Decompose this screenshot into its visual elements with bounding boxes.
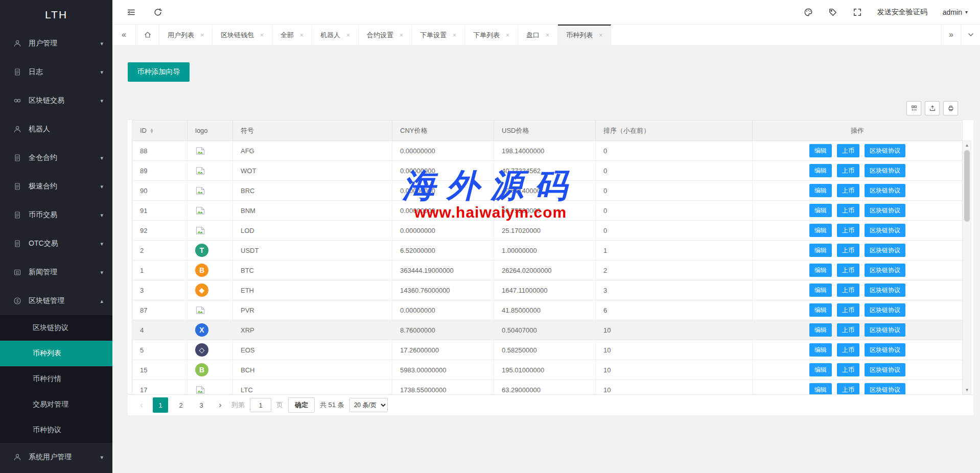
page-number-button[interactable]: 1: [153, 397, 168, 413]
tab[interactable]: 币种列表 ×: [558, 25, 611, 45]
edit-button[interactable]: 编辑: [809, 343, 832, 357]
sidebar-submenu-item[interactable]: 区块链协议: [0, 315, 112, 341]
tab-close-icon[interactable]: ×: [200, 32, 204, 39]
blockchain-protocol-button[interactable]: 区块链协议: [865, 283, 905, 297]
list-coin-button[interactable]: 上币: [837, 383, 859, 395]
sidebar-menu-item[interactable]: 用户管理: [0, 29, 112, 58]
tab[interactable]: 盘口 ×: [518, 25, 558, 45]
sidebar-menu-item[interactable]: 系统用户管理: [0, 443, 112, 471]
sidebar-menu-item[interactable]: 币币交易: [0, 201, 112, 229]
list-coin-button[interactable]: 上币: [837, 244, 859, 257]
edit-button[interactable]: 编辑: [809, 244, 832, 257]
page-number-button[interactable]: 2: [173, 397, 189, 413]
export-button[interactable]: [925, 101, 940, 115]
tab-close-icon[interactable]: ×: [546, 32, 549, 39]
blockchain-protocol-button[interactable]: 区块链协议: [865, 343, 905, 357]
list-coin-button[interactable]: 上币: [837, 184, 859, 197]
sidebar-menu-item[interactable]: 区块链管理: [0, 287, 112, 315]
confirm-page-button[interactable]: 确定: [288, 397, 315, 413]
edit-button[interactable]: 编辑: [809, 283, 832, 297]
sidebar-menu-item[interactable]: 日志: [0, 58, 112, 86]
sidebar-submenu-item[interactable]: 币种协议: [0, 417, 112, 443]
tab[interactable]: 下单设置 ×: [412, 25, 465, 45]
list-coin-button[interactable]: 上币: [837, 144, 859, 157]
page-size-select[interactable]: 20 条/页: [349, 398, 388, 412]
tab-close-icon[interactable]: ×: [506, 32, 509, 39]
tab-close-icon[interactable]: ×: [300, 32, 304, 39]
edit-button[interactable]: 编辑: [809, 144, 832, 157]
edit-button[interactable]: 编辑: [809, 184, 832, 197]
tab[interactable]: 用户列表 ×: [159, 25, 213, 45]
tabs-collapse-button[interactable]: «: [112, 25, 136, 45]
tab-close-icon[interactable]: ×: [260, 32, 264, 39]
refresh-icon[interactable]: [153, 8, 162, 17]
blockchain-protocol-button[interactable]: 区块链协议: [865, 303, 905, 317]
list-coin-button[interactable]: 上币: [837, 323, 859, 337]
blockchain-protocol-button[interactable]: 区块链协议: [865, 244, 905, 257]
sort-icon[interactable]: ▲▼: [150, 128, 154, 133]
tab-close-icon[interactable]: ×: [400, 32, 403, 39]
blockchain-protocol-button[interactable]: 区块链协议: [865, 144, 905, 157]
tab[interactable]: 下单列表 ×: [465, 25, 518, 45]
table-scrollbar[interactable]: ▲ ▼: [963, 140, 971, 394]
user-menu[interactable]: admin: [943, 8, 968, 16]
print-button[interactable]: [943, 101, 958, 115]
page-number-button[interactable]: 3: [194, 397, 209, 413]
tab-close-icon[interactable]: ×: [453, 32, 456, 39]
column-settings-button[interactable]: [906, 101, 921, 115]
sidebar-menu-item[interactable]: 全仓合约: [0, 144, 112, 172]
list-coin-button[interactable]: 上币: [837, 303, 859, 317]
edit-button[interactable]: 编辑: [809, 204, 832, 217]
tab-close-icon[interactable]: ×: [599, 32, 602, 39]
col-header-id[interactable]: ID ▲▼: [132, 121, 188, 140]
blockchain-protocol-button[interactable]: 区块链协议: [865, 264, 905, 277]
coin-add-wizard-button[interactable]: 币种添加向导: [128, 62, 190, 82]
edit-button[interactable]: 编辑: [809, 363, 832, 376]
tag-icon[interactable]: [828, 8, 837, 17]
edit-button[interactable]: 编辑: [809, 303, 832, 317]
blockchain-protocol-button[interactable]: 区块链协议: [865, 184, 905, 197]
next-page-button[interactable]: ›: [214, 397, 226, 413]
list-coin-button[interactable]: 上币: [837, 224, 859, 237]
sidebar-menu-item[interactable]: OTC交易: [0, 229, 112, 258]
sidebar-menu-item[interactable]: 极速合约: [0, 172, 112, 201]
blockchain-protocol-button[interactable]: 区块链协议: [865, 383, 905, 395]
theme-palette-icon[interactable]: [804, 8, 813, 17]
edit-button[interactable]: 编辑: [809, 383, 832, 395]
tab[interactable]: 机器人 ×: [312, 25, 359, 45]
scrollbar-thumb[interactable]: [964, 150, 970, 222]
tab[interactable]: 区块链钱包 ×: [213, 25, 272, 45]
send-security-code-link[interactable]: 发送安全验证码: [877, 8, 927, 17]
sidebar-menu-item[interactable]: 区块链交易: [0, 86, 112, 115]
scrollbar-down-arrow[interactable]: ▼: [963, 386, 971, 394]
blockchain-protocol-button[interactable]: 区块链协议: [865, 363, 905, 376]
list-coin-button[interactable]: 上币: [837, 264, 859, 277]
sidebar-submenu-item[interactable]: 交易对管理: [0, 392, 112, 417]
blockchain-protocol-button[interactable]: 区块链协议: [865, 224, 905, 237]
edit-button[interactable]: 编辑: [809, 323, 832, 337]
blockchain-protocol-button[interactable]: 区块链协议: [865, 323, 905, 337]
fullscreen-icon[interactable]: [853, 8, 862, 17]
list-coin-button[interactable]: 上币: [837, 164, 859, 177]
blockchain-protocol-button[interactable]: 区块链协议: [865, 164, 905, 177]
tabs-menu-button[interactable]: [961, 25, 980, 45]
edit-button[interactable]: 编辑: [809, 224, 832, 237]
sidebar-menu-item[interactable]: 新闻管理: [0, 258, 112, 287]
list-coin-button[interactable]: 上币: [837, 283, 859, 297]
tab-close-icon[interactable]: ×: [346, 32, 350, 39]
goto-page-input[interactable]: [250, 398, 271, 412]
sidebar-menu-item[interactable]: 机器人: [0, 115, 112, 144]
collapse-sidebar-icon[interactable]: [127, 8, 136, 17]
edit-button[interactable]: 编辑: [809, 164, 832, 177]
list-coin-button[interactable]: 上币: [837, 363, 859, 376]
home-tab[interactable]: [136, 25, 159, 45]
prev-page-button[interactable]: ‹: [135, 397, 148, 413]
blockchain-protocol-button[interactable]: 区块链协议: [865, 204, 905, 217]
sidebar-submenu-item[interactable]: 币种行情: [0, 366, 112, 392]
tab[interactable]: 合约设置 ×: [359, 25, 412, 45]
list-coin-button[interactable]: 上币: [837, 204, 859, 217]
list-coin-button[interactable]: 上币: [837, 343, 859, 357]
sidebar-submenu-item[interactable]: 币种列表: [0, 341, 112, 366]
scrollbar-up-arrow[interactable]: ▲: [963, 141, 971, 149]
edit-button[interactable]: 编辑: [809, 264, 832, 277]
